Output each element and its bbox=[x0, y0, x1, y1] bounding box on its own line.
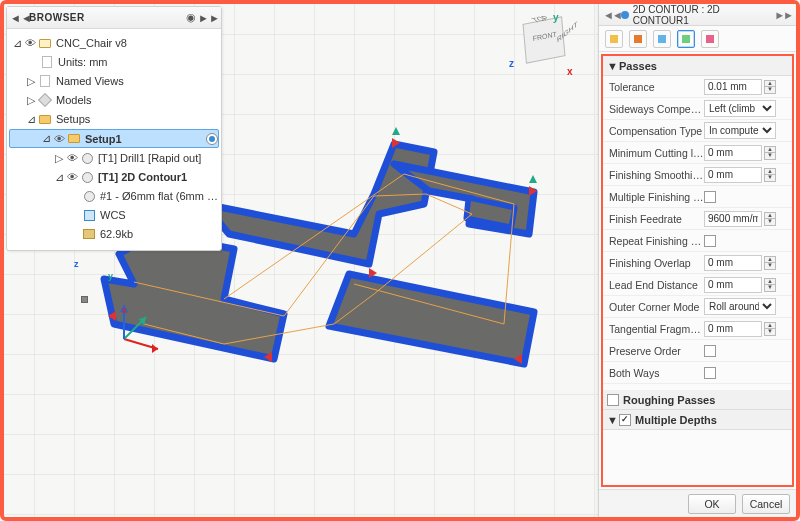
tree-op-contour[interactable]: ⊿👁 [T1] 2D Contour1 bbox=[9, 168, 219, 186]
svg-marker-19 bbox=[139, 317, 146, 326]
comptype-select[interactable]: In computer bbox=[704, 122, 776, 139]
svg-marker-11 bbox=[529, 175, 537, 183]
svg-marker-4 bbox=[329, 274, 534, 364]
mincut-input[interactable] bbox=[704, 145, 762, 161]
tree-named-views[interactable]: ▷Named Views bbox=[9, 72, 219, 90]
panel-header: ◄◄ 2D CONTOUR : 2D CONTOUR1 ►► bbox=[599, 4, 796, 26]
panel-title: 2D CONTOUR : 2D CONTOUR1 bbox=[633, 4, 774, 26]
tab-tool[interactable] bbox=[605, 30, 623, 48]
tree-tool[interactable]: #1 - Ø6mm flat (6mm 2-f… bbox=[9, 187, 219, 205]
tolerance-input[interactable] bbox=[704, 79, 762, 95]
multifin-checkbox[interactable] bbox=[704, 191, 716, 203]
viewcube[interactable]: FRONT TOP RIGHT x y z bbox=[517, 20, 571, 74]
multidepth-checkbox[interactable] bbox=[619, 414, 631, 426]
tree-op-drill[interactable]: ▷👁 [T1] Drill1 [Rapid out] bbox=[9, 149, 219, 167]
prop-min-cut: Minimum Cutting l… ▲▼ bbox=[603, 142, 792, 164]
prop-multi-fin: Multiple Finishing … bbox=[603, 186, 792, 208]
tree-wcs[interactable]: WCS bbox=[9, 206, 219, 224]
panel-tabs bbox=[599, 26, 796, 52]
tangent-input[interactable] bbox=[704, 321, 762, 337]
panel-next-icon[interactable]: ►► bbox=[774, 9, 792, 21]
leadend-input[interactable] bbox=[704, 277, 762, 293]
inspector-panel: ◄◄ 2D CONTOUR : 2D CONTOUR1 ►► ▼Passes T… bbox=[598, 4, 796, 517]
finfeed-input[interactable] bbox=[704, 211, 762, 227]
panel-body-highlight: ▼Passes Tolerance ▲▼ Sideways Compens… L… bbox=[601, 54, 794, 487]
tab-linking[interactable] bbox=[701, 30, 719, 48]
tree-stats[interactable]: 62.9kb bbox=[9, 225, 219, 243]
setup-active-icon[interactable] bbox=[206, 133, 218, 145]
prop-fin-feed: Finish Feedrate ▲▼ bbox=[603, 208, 792, 230]
tree-setups[interactable]: ⊿Setups bbox=[9, 110, 219, 128]
bothways-checkbox[interactable] bbox=[704, 367, 716, 379]
browser-prev-icon[interactable]: ◄◄ bbox=[13, 10, 29, 26]
tree-setup1[interactable]: ⊿👁 Setup1 bbox=[9, 129, 219, 148]
spin-down-icon[interactable]: ▼ bbox=[764, 87, 776, 94]
panel-prev-icon[interactable]: ◄◄ bbox=[603, 9, 621, 21]
tab-heights[interactable] bbox=[653, 30, 671, 48]
tree-root[interactable]: ⊿👁 CNC_Chair v8 bbox=[9, 34, 219, 52]
origin-triad[interactable]: x y z bbox=[84, 299, 164, 381]
browser-panel: ◄◄ BROWSER ◉ ►► ⊿👁 CNC_Chair v8 Units: m… bbox=[6, 6, 222, 251]
corner-select[interactable]: Roll around… bbox=[704, 298, 776, 315]
prop-fin-overlap: Finishing Overlap ▲▼ bbox=[603, 252, 792, 274]
browser-settings-icon[interactable]: ◉ bbox=[183, 10, 199, 26]
panel-indicator-icon bbox=[621, 11, 629, 19]
section-roughing[interactable]: Roughing Passes bbox=[603, 390, 792, 410]
prop-comp-type: Compensation Type In computer bbox=[603, 120, 792, 142]
prop-rep-fin: Repeat Finishing P… bbox=[603, 230, 792, 252]
preserve-checkbox[interactable] bbox=[704, 345, 716, 357]
finover-input[interactable] bbox=[704, 255, 762, 271]
browser-tree: ⊿👁 CNC_Chair v8 Units: mm ▷Named Views ▷… bbox=[7, 29, 221, 250]
tree-units[interactable]: Units: mm bbox=[9, 53, 219, 71]
browser-title: BROWSER bbox=[29, 12, 181, 23]
prop-tolerance: Tolerance ▲▼ bbox=[603, 76, 792, 98]
svg-marker-17 bbox=[152, 344, 158, 353]
prop-fin-smooth: Finishing Smoothin… ▲▼ bbox=[603, 164, 792, 186]
finsmooth-input[interactable] bbox=[704, 167, 762, 183]
prop-lead-end: Lead End Distance ▲▼ bbox=[603, 274, 792, 296]
prop-both-ways: Both Ways bbox=[603, 362, 792, 384]
ok-button[interactable]: OK bbox=[688, 494, 736, 514]
browser-next-icon[interactable]: ►► bbox=[201, 10, 217, 26]
panel-buttons: OK Cancel bbox=[599, 489, 796, 517]
tree-models[interactable]: ▷Models bbox=[9, 91, 219, 109]
prop-preserve: Preserve Order bbox=[603, 340, 792, 362]
prop-corner-mode: Outer Corner Mode Roll around… bbox=[603, 296, 792, 318]
tab-passes[interactable] bbox=[677, 30, 695, 48]
section-passes[interactable]: ▼Passes bbox=[603, 56, 792, 76]
repfin-checkbox[interactable] bbox=[704, 235, 716, 247]
browser-header: ◄◄ BROWSER ◉ ►► bbox=[7, 7, 221, 29]
roughing-checkbox[interactable] bbox=[607, 394, 619, 406]
prop-sideways-comp: Sideways Compens… Left (climb … bbox=[603, 98, 792, 120]
cancel-button[interactable]: Cancel bbox=[742, 494, 790, 514]
prop-tangent: Tangential Fragme… ▲▼ bbox=[603, 318, 792, 340]
sideways-select[interactable]: Left (climb … bbox=[704, 100, 776, 117]
section-multidepth[interactable]: ▼ Multiple Depths bbox=[603, 410, 792, 430]
tab-geometry[interactable] bbox=[629, 30, 647, 48]
svg-marker-9 bbox=[392, 127, 400, 135]
